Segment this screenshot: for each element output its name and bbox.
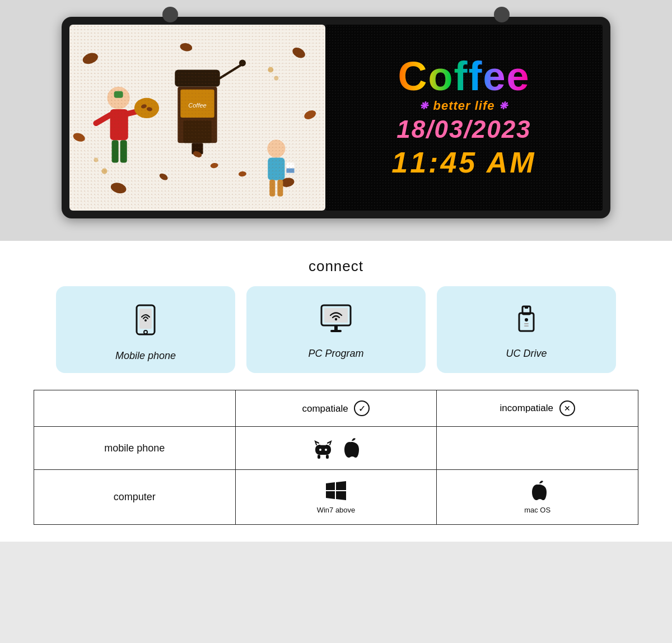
- led-date: 18/03/2023: [396, 115, 531, 143]
- connect-section: connect Mobile phone: [0, 241, 672, 542]
- compat-table: compatiale ✓ incompatiale ✕ mobile phone: [34, 390, 638, 525]
- connect-card-mobile: Mobile phone: [56, 286, 235, 373]
- row-mobile-incompatible: [437, 427, 638, 470]
- row-mobile-compatible: [235, 427, 437, 470]
- sign-section: Coffee: [0, 0, 672, 241]
- col-empty-header: [34, 390, 236, 427]
- snowflake-left-icon: ❋: [419, 100, 428, 112]
- row-computer-incompatible: mac OS: [437, 470, 638, 525]
- svg-rect-55: [524, 323, 529, 324]
- svg-rect-51: [519, 313, 534, 331]
- pc-program-icon: [319, 304, 353, 338]
- sign-left-panel: Coffee: [69, 25, 325, 211]
- connect-cards: Mobile phone PC Program: [34, 286, 638, 373]
- compat-table-section: compatiale ✓ incompatiale ✕ mobile phone: [34, 390, 638, 525]
- apple-icon-mobile: [341, 437, 359, 459]
- sign-wrapper: Coffee: [62, 17, 610, 218]
- svg-point-61: [325, 449, 327, 451]
- connect-title: connect: [309, 258, 363, 275]
- col-incompatible-header: incompatiale ✕: [437, 390, 638, 427]
- mount-right: [494, 7, 510, 22]
- windows-icon: [325, 480, 347, 501]
- connect-label-mobile: Mobile phone: [115, 350, 176, 362]
- computer-incompat-cell: mac OS: [448, 480, 627, 514]
- connect-card-pc: PC Program: [246, 286, 426, 373]
- mobile-compat-icons: [247, 437, 426, 459]
- dots-overlay: [69, 25, 325, 211]
- svg-rect-56: [524, 325, 529, 327]
- svg-rect-57: [315, 445, 331, 455]
- svg-point-54: [525, 318, 528, 322]
- connect-card-uc: UC Drive: [437, 286, 616, 373]
- svg-rect-53: [525, 306, 528, 309]
- col-compatible-header: compatiale ✓: [235, 390, 437, 427]
- svg-point-48: [335, 318, 337, 320]
- cross-circle-icon: ✕: [559, 400, 575, 416]
- svg-point-60: [319, 449, 321, 451]
- svg-rect-58: [318, 455, 320, 459]
- row-label-computer: computer: [34, 470, 236, 525]
- svg-point-45: [144, 319, 147, 322]
- led-coffee-text: Coffee: [398, 56, 530, 96]
- row-computer-compatible: Win7 above: [235, 470, 437, 525]
- mac-note: mac OS: [524, 506, 550, 514]
- check-circle-icon: ✓: [354, 400, 370, 416]
- android-icon: [313, 437, 333, 459]
- led-time: 11:45 AM: [391, 146, 536, 179]
- table-row-computer: computer Win7 above: [34, 470, 638, 525]
- apple-icon-mac: [529, 480, 547, 501]
- mount-left: [162, 7, 178, 22]
- windows-note: Win7 above: [317, 506, 356, 514]
- connect-label-uc: UC Drive: [506, 348, 547, 360]
- snowflake-right-icon: ❋: [499, 100, 508, 112]
- sign-frame: Coffee: [62, 17, 610, 218]
- uc-drive-icon: [514, 304, 539, 338]
- svg-rect-49: [334, 325, 338, 330]
- led-tagline: ❋ better life ❋: [419, 99, 508, 113]
- row-label-mobile: mobile phone: [34, 427, 236, 470]
- computer-compat-cell: Win7 above: [247, 480, 426, 514]
- table-row-mobile: mobile phone: [34, 427, 638, 470]
- svg-rect-43: [139, 309, 152, 329]
- mobile-phone-icon: [132, 304, 159, 340]
- svg-point-44: [144, 330, 147, 334]
- connect-label-pc: PC Program: [308, 348, 363, 360]
- svg-rect-50: [330, 330, 342, 332]
- svg-rect-59: [326, 455, 329, 459]
- sign-right-panel: Coffee ❋ better life ❋ 18/03/2023 11:45 …: [325, 25, 603, 211]
